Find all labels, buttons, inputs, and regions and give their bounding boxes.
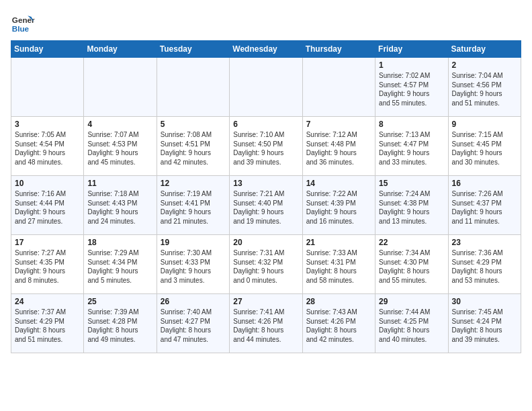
cell-info: Sunrise: 7:02 AMSunset: 4:57 PMDaylight:… <box>379 71 444 107</box>
weekday-header-friday: Friday <box>375 41 448 58</box>
calendar-cell: 17Sunrise: 7:27 AMSunset: 4:35 PMDayligh… <box>11 235 84 294</box>
calendar-cell: 30Sunrise: 7:45 AMSunset: 4:24 PMDayligh… <box>448 294 521 353</box>
calendar-cell <box>302 58 375 117</box>
day-number: 19 <box>161 238 226 247</box>
svg-text:Blue: Blue <box>12 24 30 33</box>
calendar-cell: 7Sunrise: 7:12 AMSunset: 4:48 PMDaylight… <box>302 117 375 176</box>
day-number: 13 <box>233 179 298 188</box>
weekday-header-saturday: Saturday <box>448 41 521 58</box>
day-number: 22 <box>379 238 444 247</box>
logo: General Blue <box>11 11 38 35</box>
cell-info: Sunrise: 7:27 AMSunset: 4:35 PMDaylight:… <box>15 248 80 285</box>
calendar-cell: 26Sunrise: 7:40 AMSunset: 4:27 PMDayligh… <box>157 294 229 353</box>
weekday-header-wednesday: Wednesday <box>230 41 302 58</box>
cell-info: Sunrise: 7:45 AMSunset: 4:24 PMDaylight:… <box>452 308 517 344</box>
calendar-cell: 21Sunrise: 7:33 AMSunset: 4:31 PMDayligh… <box>302 235 375 294</box>
cell-info: Sunrise: 7:19 AMSunset: 4:41 PMDaylight:… <box>161 189 226 226</box>
cell-info: Sunrise: 7:21 AMSunset: 4:40 PMDaylight:… <box>233 189 298 226</box>
cell-info: Sunrise: 7:44 AMSunset: 4:25 PMDaylight:… <box>379 308 444 344</box>
calendar-cell: 5Sunrise: 7:08 AMSunset: 4:51 PMDaylight… <box>157 117 229 176</box>
cell-info: Sunrise: 7:31 AMSunset: 4:32 PMDaylight:… <box>233 248 298 285</box>
day-number: 25 <box>87 297 152 306</box>
day-number: 15 <box>379 179 444 188</box>
cell-info: Sunrise: 7:15 AMSunset: 4:45 PMDaylight:… <box>452 130 517 167</box>
day-number: 3 <box>15 120 80 129</box>
calendar-cell: 29Sunrise: 7:44 AMSunset: 4:25 PMDayligh… <box>375 294 448 353</box>
day-number: 21 <box>306 238 371 247</box>
calendar-cell: 23Sunrise: 7:36 AMSunset: 4:29 PMDayligh… <box>448 235 521 294</box>
page-header: General Blue <box>11 11 521 35</box>
day-number: 8 <box>379 120 444 129</box>
cell-info: Sunrise: 7:34 AMSunset: 4:30 PMDaylight:… <box>379 248 444 285</box>
day-number: 23 <box>452 238 517 247</box>
calendar-cell <box>230 58 302 117</box>
weekday-header-monday: Monday <box>84 41 157 58</box>
cell-info: Sunrise: 7:08 AMSunset: 4:51 PMDaylight:… <box>161 130 226 167</box>
day-number: 6 <box>233 120 298 129</box>
calendar-cell: 22Sunrise: 7:34 AMSunset: 4:30 PMDayligh… <box>375 235 448 294</box>
calendar-cell: 6Sunrise: 7:10 AMSunset: 4:50 PMDaylight… <box>230 117 302 176</box>
calendar-cell: 14Sunrise: 7:22 AMSunset: 4:39 PMDayligh… <box>302 176 375 235</box>
cell-info: Sunrise: 7:13 AMSunset: 4:47 PMDaylight:… <box>379 130 444 167</box>
calendar-cell: 18Sunrise: 7:29 AMSunset: 4:34 PMDayligh… <box>84 235 157 294</box>
cell-info: Sunrise: 7:04 AMSunset: 4:56 PMDaylight:… <box>452 71 517 107</box>
day-number: 16 <box>452 179 517 188</box>
calendar-cell: 19Sunrise: 7:30 AMSunset: 4:33 PMDayligh… <box>157 235 229 294</box>
calendar-cell: 28Sunrise: 7:43 AMSunset: 4:26 PMDayligh… <box>302 294 375 353</box>
day-number: 24 <box>15 297 80 306</box>
cell-info: Sunrise: 7:40 AMSunset: 4:27 PMDaylight:… <box>161 308 226 344</box>
calendar-cell: 24Sunrise: 7:37 AMSunset: 4:29 PMDayligh… <box>11 294 84 353</box>
cell-info: Sunrise: 7:33 AMSunset: 4:31 PMDaylight:… <box>306 248 371 285</box>
calendar-cell: 1Sunrise: 7:02 AMSunset: 4:57 PMDaylight… <box>375 58 448 117</box>
calendar-cell: 16Sunrise: 7:26 AMSunset: 4:37 PMDayligh… <box>448 176 521 235</box>
calendar-cell: 3Sunrise: 7:05 AMSunset: 4:54 PMDaylight… <box>11 117 84 176</box>
day-number: 30 <box>452 297 517 306</box>
cell-info: Sunrise: 7:29 AMSunset: 4:34 PMDaylight:… <box>87 248 152 285</box>
day-number: 11 <box>87 179 152 188</box>
day-number: 27 <box>233 297 298 306</box>
calendar-cell: 10Sunrise: 7:16 AMSunset: 4:44 PMDayligh… <box>11 176 84 235</box>
cell-info: Sunrise: 7:26 AMSunset: 4:37 PMDaylight:… <box>452 189 517 226</box>
day-number: 1 <box>379 60 444 70</box>
weekday-header-sunday: Sunday <box>11 41 84 58</box>
calendar-cell: 8Sunrise: 7:13 AMSunset: 4:47 PMDaylight… <box>375 117 448 176</box>
calendar-cell <box>11 58 84 117</box>
calendar-cell: 12Sunrise: 7:19 AMSunset: 4:41 PMDayligh… <box>157 176 229 235</box>
day-number: 20 <box>233 238 298 247</box>
cell-info: Sunrise: 7:41 AMSunset: 4:26 PMDaylight:… <box>233 308 298 344</box>
calendar-cell: 9Sunrise: 7:15 AMSunset: 4:45 PMDaylight… <box>448 117 521 176</box>
day-number: 26 <box>161 297 226 306</box>
cell-info: Sunrise: 7:36 AMSunset: 4:29 PMDaylight:… <box>452 248 517 285</box>
calendar-cell: 2Sunrise: 7:04 AMSunset: 4:56 PMDaylight… <box>448 58 521 117</box>
cell-info: Sunrise: 7:22 AMSunset: 4:39 PMDaylight:… <box>306 189 371 226</box>
day-number: 14 <box>306 179 371 188</box>
day-number: 18 <box>87 238 152 247</box>
cell-info: Sunrise: 7:05 AMSunset: 4:54 PMDaylight:… <box>15 130 80 167</box>
cell-info: Sunrise: 7:37 AMSunset: 4:29 PMDaylight:… <box>15 308 80 344</box>
svg-text:General: General <box>12 15 35 24</box>
day-number: 10 <box>15 179 80 188</box>
calendar-cell: 20Sunrise: 7:31 AMSunset: 4:32 PMDayligh… <box>230 235 302 294</box>
cell-info: Sunrise: 7:18 AMSunset: 4:43 PMDaylight:… <box>87 189 152 226</box>
calendar-table: SundayMondayTuesdayWednesdayThursdayFrid… <box>11 40 521 353</box>
cell-info: Sunrise: 7:10 AMSunset: 4:50 PMDaylight:… <box>233 130 298 167</box>
day-number: 29 <box>379 297 444 306</box>
calendar-cell <box>84 58 157 117</box>
day-number: 17 <box>15 238 80 247</box>
calendar-cell: 4Sunrise: 7:07 AMSunset: 4:53 PMDaylight… <box>84 117 157 176</box>
calendar-cell: 27Sunrise: 7:41 AMSunset: 4:26 PMDayligh… <box>230 294 302 353</box>
weekday-header-thursday: Thursday <box>302 41 375 58</box>
cell-info: Sunrise: 7:30 AMSunset: 4:33 PMDaylight:… <box>161 248 226 285</box>
calendar-cell: 11Sunrise: 7:18 AMSunset: 4:43 PMDayligh… <box>84 176 157 235</box>
day-number: 28 <box>306 297 371 306</box>
calendar-cell <box>157 58 229 117</box>
cell-info: Sunrise: 7:16 AMSunset: 4:44 PMDaylight:… <box>15 189 80 226</box>
calendar-cell: 13Sunrise: 7:21 AMSunset: 4:40 PMDayligh… <box>230 176 302 235</box>
logo-icon: General Blue <box>11 11 35 35</box>
cell-info: Sunrise: 7:24 AMSunset: 4:38 PMDaylight:… <box>379 189 444 226</box>
calendar-cell: 15Sunrise: 7:24 AMSunset: 4:38 PMDayligh… <box>375 176 448 235</box>
weekday-header-tuesday: Tuesday <box>157 41 229 58</box>
calendar-cell: 25Sunrise: 7:39 AMSunset: 4:28 PMDayligh… <box>84 294 157 353</box>
day-number: 7 <box>306 120 371 129</box>
cell-info: Sunrise: 7:43 AMSunset: 4:26 PMDaylight:… <box>306 308 371 344</box>
